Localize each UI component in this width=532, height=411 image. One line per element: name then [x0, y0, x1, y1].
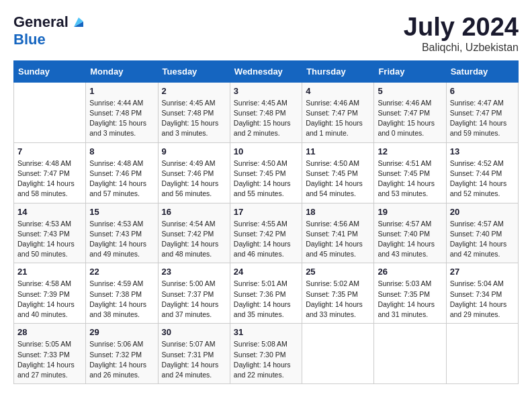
week-row-1: 7Sunrise: 4:48 AM Sunset: 7:47 PM Daylig… — [14, 142, 519, 203]
day-number: 10 — [234, 146, 298, 156]
calendar-table: SundayMondayTuesdayWednesdayThursdayFrid… — [13, 60, 519, 384]
day-number: 19 — [378, 207, 442, 217]
day-cell: 30Sunrise: 5:07 AM Sunset: 7:31 PM Dayli… — [158, 324, 230, 384]
day-info: Sunrise: 4:49 AM Sunset: 7:46 PM Dayligh… — [162, 158, 226, 199]
logo-icon — [71, 15, 86, 30]
day-cell: 24Sunrise: 5:01 AM Sunset: 7:36 PM Dayli… — [230, 263, 302, 324]
day-number: 11 — [306, 146, 370, 156]
day-info: Sunrise: 4:59 AM Sunset: 7:38 PM Dayligh… — [89, 279, 154, 320]
day-number: 12 — [378, 146, 442, 156]
header-cell-monday: Monday — [86, 60, 158, 82]
day-cell: 3Sunrise: 4:45 AM Sunset: 7:48 PM Daylig… — [230, 82, 302, 142]
day-info: Sunrise: 4:58 AM Sunset: 7:39 PM Dayligh… — [17, 279, 82, 320]
page-header: General Blue July 2024 Baliqchi, Uzbekis… — [13, 13, 519, 54]
day-info: Sunrise: 5:00 AM Sunset: 7:37 PM Dayligh… — [162, 279, 226, 320]
day-number: 22 — [89, 267, 154, 277]
day-cell: 20Sunrise: 4:57 AM Sunset: 7:40 PM Dayli… — [446, 203, 518, 263]
day-info: Sunrise: 5:06 AM Sunset: 7:32 PM Dayligh… — [89, 339, 154, 380]
day-info: Sunrise: 4:50 AM Sunset: 7:45 PM Dayligh… — [306, 158, 370, 199]
day-cell: 29Sunrise: 5:06 AM Sunset: 7:32 PM Dayli… — [86, 324, 158, 384]
day-cell: 12Sunrise: 4:51 AM Sunset: 7:45 PM Dayli… — [374, 142, 446, 203]
logo: General Blue — [13, 13, 86, 48]
day-cell: 1Sunrise: 4:44 AM Sunset: 7:48 PM Daylig… — [86, 82, 158, 142]
day-number: 28 — [17, 327, 82, 337]
day-info: Sunrise: 4:57 AM Sunset: 7:40 PM Dayligh… — [450, 219, 515, 260]
day-number: 9 — [162, 146, 226, 156]
day-number: 20 — [450, 207, 515, 217]
day-info: Sunrise: 5:01 AM Sunset: 7:36 PM Dayligh… — [234, 279, 298, 320]
day-number: 18 — [306, 207, 370, 217]
day-info: Sunrise: 4:48 AM Sunset: 7:47 PM Dayligh… — [17, 158, 82, 199]
day-cell: 16Sunrise: 4:54 AM Sunset: 7:42 PM Dayli… — [158, 203, 230, 263]
day-cell: 19Sunrise: 4:57 AM Sunset: 7:40 PM Dayli… — [374, 203, 446, 263]
day-number: 17 — [234, 207, 298, 217]
day-info: Sunrise: 4:54 AM Sunset: 7:42 PM Dayligh… — [162, 219, 226, 260]
day-number: 15 — [89, 207, 154, 217]
title-block: July 2024 Baliqchi, Uzbekistan — [404, 13, 519, 54]
day-cell: 4Sunrise: 4:46 AM Sunset: 7:47 PM Daylig… — [302, 82, 374, 142]
day-cell: 23Sunrise: 5:00 AM Sunset: 7:37 PM Dayli… — [158, 263, 230, 324]
day-number: 30 — [162, 327, 226, 337]
day-number: 13 — [450, 146, 515, 156]
week-row-3: 21Sunrise: 4:58 AM Sunset: 7:39 PM Dayli… — [14, 263, 519, 324]
day-cell — [14, 82, 86, 142]
day-cell: 26Sunrise: 5:03 AM Sunset: 7:35 PM Dayli… — [374, 263, 446, 324]
day-cell: 25Sunrise: 5:02 AM Sunset: 7:35 PM Dayli… — [302, 263, 374, 324]
header-cell-wednesday: Wednesday — [230, 60, 302, 82]
day-cell: 6Sunrise: 4:47 AM Sunset: 7:47 PM Daylig… — [446, 82, 518, 142]
day-info: Sunrise: 4:47 AM Sunset: 7:47 PM Dayligh… — [450, 98, 515, 139]
day-cell: 8Sunrise: 4:48 AM Sunset: 7:46 PM Daylig… — [86, 142, 158, 203]
day-info: Sunrise: 5:04 AM Sunset: 7:34 PM Dayligh… — [450, 279, 515, 320]
day-info: Sunrise: 4:45 AM Sunset: 7:48 PM Dayligh… — [234, 98, 298, 139]
header-cell-saturday: Saturday — [446, 60, 518, 82]
day-number: 23 — [162, 267, 226, 277]
day-number: 6 — [450, 86, 515, 96]
day-cell: 17Sunrise: 4:55 AM Sunset: 7:42 PM Dayli… — [230, 203, 302, 263]
day-cell — [374, 324, 446, 384]
day-cell: 11Sunrise: 4:50 AM Sunset: 7:45 PM Dayli… — [302, 142, 374, 203]
day-info: Sunrise: 4:46 AM Sunset: 7:47 PM Dayligh… — [378, 98, 442, 139]
day-info: Sunrise: 4:46 AM Sunset: 7:47 PM Dayligh… — [306, 98, 370, 139]
day-cell: 2Sunrise: 4:45 AM Sunset: 7:48 PM Daylig… — [158, 82, 230, 142]
header-cell-tuesday: Tuesday — [158, 60, 230, 82]
day-cell: 10Sunrise: 4:50 AM Sunset: 7:45 PM Dayli… — [230, 142, 302, 203]
day-cell — [302, 324, 374, 384]
day-info: Sunrise: 5:07 AM Sunset: 7:31 PM Dayligh… — [162, 339, 226, 380]
day-number: 24 — [234, 267, 298, 277]
day-info: Sunrise: 4:50 AM Sunset: 7:45 PM Dayligh… — [234, 158, 298, 199]
day-cell: 31Sunrise: 5:08 AM Sunset: 7:30 PM Dayli… — [230, 324, 302, 384]
day-cell — [446, 324, 518, 384]
day-number: 2 — [162, 86, 226, 96]
day-number: 25 — [306, 267, 370, 277]
day-cell: 18Sunrise: 4:56 AM Sunset: 7:41 PM Dayli… — [302, 203, 374, 263]
header-cell-thursday: Thursday — [302, 60, 374, 82]
location: Baliqchi, Uzbekistan — [404, 42, 519, 54]
day-number: 31 — [234, 327, 298, 337]
day-number: 5 — [378, 86, 442, 96]
day-number: 8 — [89, 146, 154, 156]
day-cell: 22Sunrise: 4:59 AM Sunset: 7:38 PM Dayli… — [86, 263, 158, 324]
day-info: Sunrise: 4:55 AM Sunset: 7:42 PM Dayligh… — [234, 219, 298, 260]
day-number: 21 — [17, 267, 82, 277]
day-number: 27 — [450, 267, 515, 277]
day-info: Sunrise: 5:08 AM Sunset: 7:30 PM Dayligh… — [234, 339, 298, 380]
day-info: Sunrise: 5:05 AM Sunset: 7:33 PM Dayligh… — [17, 339, 82, 380]
day-number: 3 — [234, 86, 298, 96]
day-number: 7 — [17, 146, 82, 156]
day-info: Sunrise: 4:53 AM Sunset: 7:43 PM Dayligh… — [89, 219, 154, 260]
day-info: Sunrise: 4:48 AM Sunset: 7:46 PM Dayligh… — [89, 158, 154, 199]
day-info: Sunrise: 4:45 AM Sunset: 7:48 PM Dayligh… — [162, 98, 226, 139]
day-cell: 21Sunrise: 4:58 AM Sunset: 7:39 PM Dayli… — [14, 263, 86, 324]
week-row-2: 14Sunrise: 4:53 AM Sunset: 7:43 PM Dayli… — [14, 203, 519, 263]
day-cell: 27Sunrise: 5:04 AM Sunset: 7:34 PM Dayli… — [446, 263, 518, 324]
day-info: Sunrise: 4:53 AM Sunset: 7:43 PM Dayligh… — [17, 219, 82, 260]
header-cell-friday: Friday — [374, 60, 446, 82]
day-info: Sunrise: 4:52 AM Sunset: 7:44 PM Dayligh… — [450, 158, 515, 199]
day-info: Sunrise: 5:03 AM Sunset: 7:35 PM Dayligh… — [378, 279, 442, 320]
day-cell: 9Sunrise: 4:49 AM Sunset: 7:46 PM Daylig… — [158, 142, 230, 203]
day-number: 1 — [89, 86, 154, 96]
day-cell: 28Sunrise: 5:05 AM Sunset: 7:33 PM Dayli… — [14, 324, 86, 384]
header-cell-sunday: Sunday — [14, 60, 86, 82]
week-row-0: 1Sunrise: 4:44 AM Sunset: 7:48 PM Daylig… — [14, 82, 519, 142]
day-info: Sunrise: 4:44 AM Sunset: 7:48 PM Dayligh… — [89, 98, 154, 139]
